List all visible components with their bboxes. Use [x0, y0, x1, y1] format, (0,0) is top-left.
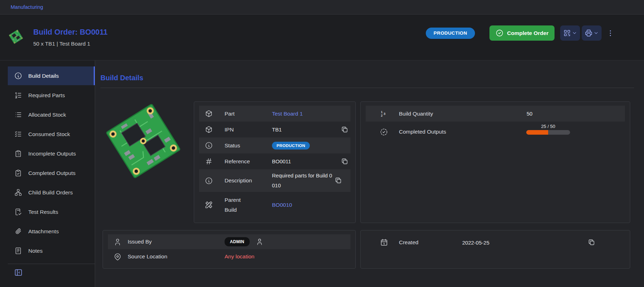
completed-outputs-progress: 25 / 50: [526, 124, 570, 135]
sidebar-item-label: Test Results: [28, 209, 58, 215]
row-label: Completed Outputs: [399, 129, 446, 135]
chevron-down-icon: [593, 30, 599, 36]
panel-title: Build Details: [95, 60, 644, 82]
row-label: Description: [225, 177, 272, 184]
dots-vertical-icon: [607, 29, 614, 37]
sidebar-item-label: Notes: [28, 248, 43, 254]
sidebar-item-attachments[interactable]: Attachments: [8, 222, 95, 241]
title-block: Build Order: BO0011 50 x TB1 | Test Boar…: [33, 28, 108, 47]
printer-icon: [585, 29, 593, 37]
info-circle-icon: [205, 177, 213, 185]
breadcrumb-manufacturing-link[interactable]: Manufacturing: [11, 4, 43, 10]
row-label: IPN: [225, 127, 272, 133]
table-row-completed-outputs: Completed Outputs 25 / 50: [366, 122, 625, 142]
copy-icon: [588, 239, 595, 246]
sidebar-item-label: Attachments: [28, 228, 59, 235]
sidebar-item-label: Required Parts: [28, 92, 65, 99]
sidebar-item-required-parts[interactable]: Required Parts: [8, 86, 95, 105]
clipboard-list-icon: [14, 150, 22, 158]
user-icon: [256, 238, 263, 246]
chevron-down-icon: [572, 30, 577, 36]
row-label: Parent Build: [225, 195, 272, 214]
copy-button[interactable]: [587, 239, 595, 246]
page-header: Build Order: BO0011 50 x TB1 | Test Boar…: [0, 14, 644, 60]
row-label: Status: [225, 142, 272, 149]
progress-fill: [526, 130, 548, 135]
table-row-part: Part Test Board 1: [199, 106, 350, 122]
description-value: Required parts for Build 0010: [272, 171, 334, 191]
complete-order-button[interactable]: Complete Order: [489, 25, 555, 41]
table-row-reference: Reference BO0011: [199, 153, 350, 169]
progress-check-icon: [380, 128, 388, 136]
calendar-icon: [380, 238, 388, 247]
copy-button[interactable]: [341, 158, 348, 165]
sidebar-item-completed-outputs[interactable]: Completed Outputs: [8, 164, 95, 182]
copy-button[interactable]: [334, 177, 342, 184]
barcode-actions-button[interactable]: [560, 25, 580, 41]
sidebar-item-test-results[interactable]: Test Results: [8, 203, 95, 221]
numbers-123-icon: [380, 110, 388, 118]
row-label: Part: [225, 111, 272, 117]
map-pin-icon: [114, 253, 122, 261]
build-quantity-card: Build Quantity 50 Completed Outputs 25 /…: [360, 101, 630, 223]
created-card: Created 2022-05-25: [360, 230, 630, 269]
status-badge: PRODUCTION: [426, 28, 475, 39]
status-badge: PRODUCTION: [272, 142, 310, 150]
ipn-value: TB1: [272, 127, 341, 133]
part-link[interactable]: Test Board 1: [272, 111, 303, 117]
copy-button[interactable]: [341, 126, 348, 134]
sidebar-item-incomplete-outputs[interactable]: Incomplete Outputs: [8, 144, 95, 163]
parent-build-link[interactable]: BO0010: [272, 202, 292, 208]
table-row-created: Created 2022-05-25: [366, 234, 625, 251]
progress-label: 25 / 50: [526, 124, 570, 129]
sidebar-item-allocated-stock[interactable]: Allocated Stock: [8, 105, 95, 124]
part-image: [101, 99, 186, 183]
table-row-status: Status PRODUCTION: [199, 137, 350, 153]
sidebar-item-label: Allocated Stock: [28, 112, 66, 118]
more-actions-button[interactable]: [607, 28, 614, 39]
table-row-ipn: IPN TB1: [199, 122, 350, 137]
table-row-issued-by: Issued By ADMIN: [108, 234, 350, 249]
sidebar-item-notes[interactable]: Notes: [8, 241, 95, 260]
sidebar-item-label: Incomplete Outputs: [28, 151, 76, 157]
sitemap-icon: [14, 188, 22, 197]
sidebar-item-child-build-orders[interactable]: Child Build Orders: [8, 183, 95, 202]
build-quantity-value: 50: [527, 111, 533, 117]
header-actions: PRODUCTION Complete Order: [426, 25, 614, 41]
copy-icon: [341, 126, 348, 133]
reference-value: BO0011: [272, 158, 341, 164]
complete-order-label: Complete Order: [507, 30, 549, 36]
sidebar-collapse-button[interactable]: [14, 268, 23, 278]
source-location-value: Any location: [225, 253, 254, 260]
table-row-source-location: Source Location Any location: [108, 249, 350, 264]
box-icon: [205, 110, 213, 118]
tools-icon: [205, 201, 213, 209]
info-circle-icon: [205, 141, 213, 150]
created-value: 2022-05-25: [462, 240, 489, 246]
list-icon: [14, 111, 22, 119]
list-numbers-icon: [14, 91, 22, 99]
clipboard-check-icon: [14, 169, 22, 177]
table-row-description: Description Required parts for Build 001…: [199, 169, 350, 192]
row-label: Issued By: [128, 239, 152, 245]
sidebar-divider: [8, 264, 95, 264]
file-check-icon: [14, 208, 22, 216]
page-title: Build Order: BO0011: [33, 28, 108, 37]
issued-by-card: Issued By ADMIN Source Location Any loca…: [103, 230, 356, 269]
table-row-parent-build: Parent Build BO0010: [199, 192, 350, 218]
info-circle-icon: [14, 72, 22, 80]
part-thumbnail-image: [8, 29, 24, 45]
list-check-icon: [14, 130, 22, 138]
sidebar-item-build-details[interactable]: Build Details: [8, 66, 95, 85]
sidebar-item-label: Completed Outputs: [28, 170, 76, 176]
copy-icon: [341, 158, 348, 165]
notes-icon: [14, 247, 22, 255]
sidebar: Build Details Required Parts Allocated S…: [0, 60, 95, 287]
sidebar-item-consumed-stock[interactable]: Consumed Stock: [8, 125, 95, 144]
sidebar-item-label: Consumed Stock: [28, 131, 70, 137]
main-panel: Build Details Part Test Board 1 IPN TB1: [95, 60, 644, 287]
paperclip-icon: [14, 227, 22, 235]
print-actions-button[interactable]: [582, 25, 602, 41]
build-order-page: Manufacturing Build Order: BO0011 50 x T…: [0, 0, 644, 287]
issued-by-badge: ADMIN: [225, 237, 250, 246]
